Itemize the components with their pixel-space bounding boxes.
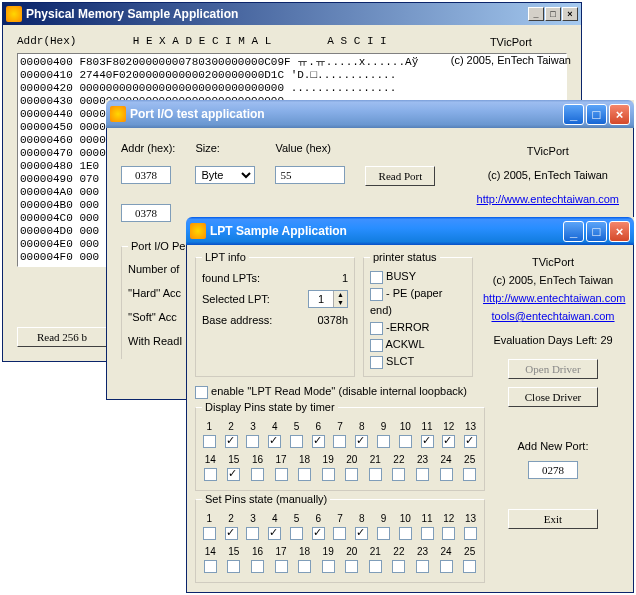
size-select[interactable]: Byte <box>195 166 255 184</box>
pin-checkbox[interactable] <box>204 560 217 573</box>
copyright: (c) 2005, EnTech Taiwan <box>483 271 623 289</box>
lpt-window: LPT Sample Application _ □ × LPT info fo… <box>186 217 634 593</box>
pin-checkbox[interactable] <box>333 527 346 540</box>
pin-checkbox[interactable] <box>322 468 335 481</box>
close-button[interactable]: × <box>609 221 630 242</box>
pin-label: 16 <box>249 454 266 465</box>
open-driver-button: Open Driver <box>508 359 598 379</box>
pin-checkbox[interactable] <box>225 435 238 448</box>
pin-checkbox[interactable] <box>369 468 382 481</box>
pin-checkbox[interactable] <box>440 560 453 573</box>
pin-checkbox[interactable] <box>416 560 429 573</box>
pin-checkbox[interactable] <box>392 560 405 573</box>
title: LPT Sample Application <box>210 224 561 238</box>
pin-checkbox[interactable] <box>463 560 476 573</box>
close-button[interactable]: × <box>609 104 630 125</box>
minimize-button[interactable]: _ <box>563 104 584 125</box>
enable-readmode-checkbox[interactable] <box>195 386 208 399</box>
maximize-button[interactable]: □ <box>586 221 607 242</box>
pin-label: 6 <box>311 421 326 432</box>
pin-checkbox[interactable] <box>442 527 455 540</box>
pin-checkbox[interactable] <box>345 468 358 481</box>
url-link[interactable]: http://www.entechtaiwan.com <box>477 193 619 205</box>
pin-checkbox[interactable] <box>464 435 477 448</box>
pin-checkbox[interactable] <box>440 468 453 481</box>
pin-checkbox[interactable] <box>298 468 311 481</box>
pin-checkbox[interactable] <box>369 560 382 573</box>
pin-checkbox[interactable] <box>246 527 259 540</box>
pin-checkbox[interactable] <box>399 435 412 448</box>
pin-checkbox[interactable] <box>399 527 412 540</box>
pin-label: 1 <box>202 513 217 524</box>
close-driver-button[interactable]: Close Driver <box>508 387 598 407</box>
url-link[interactable]: http://www.entechtaiwan.com <box>483 292 625 304</box>
pin-checkbox[interactable] <box>355 527 368 540</box>
pin-checkbox[interactable] <box>333 435 346 448</box>
addr-input[interactable] <box>121 166 171 184</box>
titlebar[interactable]: LPT Sample Application _ □ × <box>186 217 634 245</box>
port-input[interactable] <box>528 461 578 479</box>
pin-label: 9 <box>376 421 391 432</box>
pin-checkbox[interactable] <box>392 468 405 481</box>
pin-checkbox[interactable] <box>268 527 281 540</box>
pin-checkbox[interactable] <box>251 468 264 481</box>
maximize-button[interactable]: □ <box>586 104 607 125</box>
pin-checkbox[interactable] <box>463 468 476 481</box>
minimize-button[interactable]: _ <box>563 221 584 242</box>
pin-checkbox[interactable] <box>246 435 259 448</box>
maximize-button[interactable]: □ <box>545 7 561 21</box>
titlebar[interactable]: Port I/O test application _ □ × <box>106 100 634 128</box>
error-checkbox[interactable] <box>370 322 383 335</box>
slct-checkbox[interactable] <box>370 356 383 369</box>
pin-checkbox[interactable] <box>225 527 238 540</box>
set-label: Set Pins state (manually) <box>202 493 330 505</box>
titlebar[interactable]: Physical Memory Sample Application _ □ × <box>3 3 581 25</box>
pin-checkbox[interactable] <box>421 527 434 540</box>
pin-checkbox[interactable] <box>227 560 240 573</box>
pin-checkbox[interactable] <box>275 468 288 481</box>
ack-checkbox[interactable] <box>370 339 383 352</box>
addr2-input[interactable] <box>121 204 171 222</box>
pin-checkbox[interactable] <box>203 435 216 448</box>
sel-label: Selected LPT: <box>202 293 270 305</box>
minimize-button[interactable]: _ <box>528 7 544 21</box>
pin-checkbox[interactable] <box>322 560 335 573</box>
pin-checkbox[interactable] <box>203 527 216 540</box>
pin-checkbox[interactable] <box>227 468 240 481</box>
pin-checkbox[interactable] <box>355 435 368 448</box>
pin-checkbox[interactable] <box>312 527 325 540</box>
pin-checkbox[interactable] <box>416 468 429 481</box>
pin-checkbox[interactable] <box>298 560 311 573</box>
value-input[interactable] <box>275 166 345 184</box>
pin-label: 14 <box>202 546 219 557</box>
exit-button[interactable]: Exit <box>508 509 598 529</box>
pin-checkbox[interactable] <box>290 435 303 448</box>
mail-link[interactable]: tools@entechtaiwan.com <box>491 310 614 322</box>
pin-checkbox[interactable] <box>275 560 288 573</box>
pin-label: 5 <box>289 513 304 524</box>
pin-checkbox[interactable] <box>204 468 217 481</box>
pin-checkbox[interactable] <box>345 560 358 573</box>
pin-checkbox[interactable] <box>464 527 477 540</box>
pin-checkbox[interactable] <box>290 527 303 540</box>
pe-checkbox[interactable] <box>370 288 383 301</box>
pin-checkbox[interactable] <box>251 560 264 573</box>
pin-checkbox[interactable] <box>377 527 390 540</box>
pin-checkbox[interactable] <box>377 435 390 448</box>
read-port-button[interactable]: Read Port <box>365 166 435 186</box>
close-button[interactable]: × <box>562 7 578 21</box>
pin-label: 7 <box>333 513 348 524</box>
pin-checkbox[interactable] <box>421 435 434 448</box>
pin-checkbox[interactable] <box>442 435 455 448</box>
size-label: Size: <box>195 142 255 154</box>
lpt-spinner[interactable]: ▲▼ <box>308 290 348 308</box>
pin-label: 4 <box>267 421 282 432</box>
read-button[interactable]: Read 256 b <box>17 327 107 347</box>
pin-checkbox[interactable] <box>268 435 281 448</box>
found-label: found LPTs: <box>202 272 260 284</box>
pin-label: 13 <box>463 513 478 524</box>
busy-checkbox[interactable] <box>370 271 383 284</box>
pin-checkbox[interactable] <box>312 435 325 448</box>
brand: TVicPort <box>477 142 619 160</box>
pin-label: 10 <box>398 513 413 524</box>
